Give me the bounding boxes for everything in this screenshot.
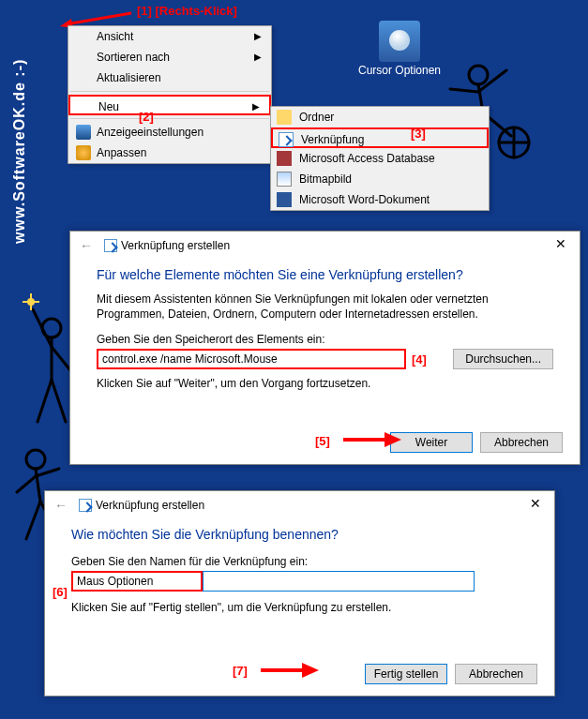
cursor-icon — [379, 21, 420, 62]
name-label: Geben Sie den Namen für die Verknüpfung … — [71, 555, 528, 568]
arrow-7 — [257, 660, 323, 681]
browse-button[interactable]: Durchsuchen... — [453, 349, 553, 369]
svg-marker-29 — [302, 663, 319, 678]
svg-point-22 — [26, 450, 45, 469]
dialog-heading: Für welche Elemente möchten Sie eine Ver… — [97, 267, 553, 282]
svg-marker-21 — [384, 432, 401, 447]
chevron-right-icon: ▶ — [252, 97, 260, 117]
annotation-4: [4] — [412, 352, 427, 367]
menu-item-label: Sortieren nach — [97, 51, 170, 64]
submenu-item-label: Verknüpfung — [301, 133, 364, 146]
word-icon — [277, 192, 292, 207]
annotation-3: [3] — [411, 127, 426, 141]
finish-button[interactable]: Fertig stellen — [365, 664, 447, 684]
shortcut-icon — [279, 132, 294, 147]
menu-item-label: Aktualisieren — [97, 71, 161, 84]
menu-item-label: Anzeigeeinstellungen — [97, 126, 204, 139]
name-input[interactable] — [203, 571, 475, 592]
arrow-5 — [339, 429, 405, 450]
submenu-item-label: Bitmapbild — [299, 172, 352, 186]
submenu-item-shortcut[interactable]: Verknüpfung — [271, 127, 489, 148]
titlebar: ← Verknüpfung erstellen ✕ — [70, 232, 580, 260]
back-button[interactable]: ← — [80, 238, 93, 253]
dialog-title: Verknüpfung erstellen — [96, 499, 204, 512]
svg-line-6 — [450, 89, 478, 92]
svg-line-24 — [26, 502, 40, 539]
svg-line-7 — [478, 70, 506, 92]
menu-item-display-settings[interactable]: Anzeigeeinstellungen — [68, 122, 271, 142]
close-button[interactable]: ✕ — [542, 232, 580, 258]
svg-line-13 — [38, 380, 52, 422]
dialog-heading: Wie möchten Sie die Verknüpfung benennen… — [71, 527, 528, 542]
annotation-5: [5] — [315, 434, 330, 448]
svg-point-2 — [469, 66, 488, 84]
menu-item-label: Neu — [98, 100, 119, 113]
back-button[interactable]: ← — [54, 498, 68, 513]
dialog-title: Verknüpfung erstellen — [121, 239, 230, 252]
location-label: Geben Sie den Speicherort des Elements e… — [97, 333, 553, 346]
submenu-item-label: Microsoft Word-Dokument — [299, 193, 430, 206]
hint-text: Klicken Sie auf "Fertig stellen", um die… — [71, 601, 528, 614]
separator — [70, 91, 269, 92]
svg-line-14 — [52, 380, 66, 422]
personalize-icon — [76, 145, 91, 160]
titlebar: ← Verknüpfung erstellen ✕ — [45, 491, 554, 519]
svg-line-0 — [66, 13, 131, 24]
menu-item-label: Ansicht — [97, 30, 133, 43]
access-icon — [277, 151, 292, 166]
watermark-text: www.SoftwareOK.de :-) — [11, 59, 28, 244]
annotation-1: [1] [Rechts-Klick] — [137, 4, 237, 18]
submenu-item-access[interactable]: Microsoft Access Database — [271, 148, 489, 169]
menu-item-refresh[interactable]: Aktualisieren — [68, 67, 271, 88]
cancel-button[interactable]: Abbrechen — [480, 432, 563, 453]
desktop-context-menu: Ansicht ▶ Sortieren nach ▶ Aktualisieren… — [68, 25, 272, 164]
submenu-item-word[interactable]: Microsoft Word-Dokument — [271, 189, 489, 210]
svg-line-27 — [36, 469, 59, 476]
svg-line-16 — [52, 347, 70, 370]
chevron-right-icon: ▶ — [254, 47, 262, 67]
submenu-item-bitmap[interactable]: Bitmapbild — [271, 169, 489, 189]
folder-icon — [277, 110, 292, 125]
menu-item-view[interactable]: Ansicht ▶ — [68, 26, 271, 47]
chevron-right-icon: ▶ — [254, 26, 262, 47]
annotation-7: [7] — [233, 664, 248, 678]
submenu-item-folder[interactable]: Ordner — [271, 107, 489, 127]
close-button[interactable]: ✕ — [517, 491, 554, 517]
menu-item-personalize[interactable]: Anpassen — [68, 142, 271, 163]
submenu-item-label: Microsoft Access Database — [299, 152, 435, 165]
shortcut-icon — [104, 239, 117, 252]
name-input-highlight[interactable] — [71, 571, 203, 592]
annotation-2: [2] — [139, 110, 154, 124]
shortcut-icon — [79, 499, 92, 512]
menu-item-label: Anpassen — [97, 146, 146, 159]
menu-item-sort[interactable]: Sortieren nach ▶ — [68, 47, 271, 67]
dialog-description: Mit diesem Assistenten können Sie Verknü… — [97, 292, 553, 322]
create-shortcut-dialog-1: ← Verknüpfung erstellen ✕ Für welche Ele… — [69, 231, 580, 465]
svg-line-15 — [33, 309, 52, 347]
svg-line-26 — [17, 476, 36, 492]
new-submenu: Ordner Verknüpfung Microsoft Access Data… — [270, 106, 490, 211]
display-icon — [76, 125, 91, 140]
submenu-item-label: Ordner — [299, 111, 334, 124]
hint-text: Klicken Sie auf "Weiter", um den Vorgang… — [97, 377, 553, 390]
bitmap-icon — [277, 172, 292, 187]
separator — [70, 118, 269, 119]
cancel-button[interactable]: Abbrechen — [455, 664, 537, 684]
annotation-6: [6] — [53, 585, 68, 599]
menu-item-new[interactable]: Neu ▶ — [68, 95, 271, 115]
location-input[interactable] — [97, 349, 406, 369]
